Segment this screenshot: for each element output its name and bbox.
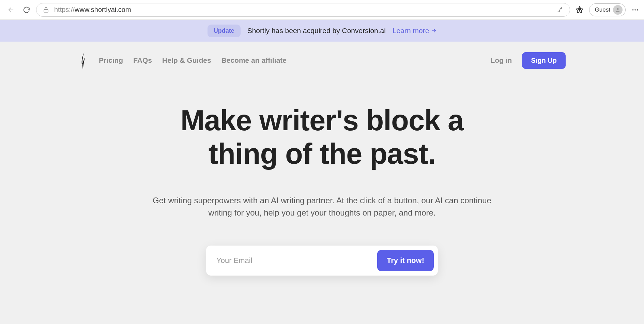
logo-feather-icon[interactable]	[78, 51, 89, 70]
more-icon[interactable]	[631, 6, 639, 14]
favorites-icon[interactable]	[576, 6, 584, 14]
hero-headline-line2: thing of the past.	[209, 137, 436, 170]
email-input[interactable]	[216, 256, 377, 265]
email-signup: Try it now!	[206, 246, 438, 276]
profile-label: Guest	[595, 6, 610, 13]
profile-button[interactable]: Guest	[589, 3, 626, 16]
svg-point-6	[632, 9, 634, 11]
hero-headline-line1: Make writer's block a	[181, 104, 464, 136]
svg-point-7	[634, 9, 636, 11]
hero-headline: Make writer's block a thing of the past.	[0, 104, 644, 171]
browser-chrome: https://www.shortlyai.com Guest	[0, 0, 644, 20]
signup-button[interactable]: Sign Up	[522, 52, 566, 69]
nav-help[interactable]: Help & Guides	[162, 56, 211, 64]
nav-faqs[interactable]: FAQs	[133, 56, 152, 64]
site-nav: Pricing FAQs Help & Guides Become an aff…	[0, 42, 644, 70]
url-text: https://www.shortlyai.com	[54, 6, 552, 14]
avatar-icon	[613, 5, 623, 15]
address-bar[interactable]: https://www.shortlyai.com	[36, 3, 570, 17]
hero: Make writer's block a thing of the past.…	[0, 70, 644, 276]
page-content: Update Shortly has been acquired by Conv…	[0, 20, 644, 324]
learn-more-label: Learn more	[393, 27, 429, 35]
learn-more-link[interactable]: Learn more	[393, 27, 436, 35]
url-host: www.shortlyai.com	[75, 6, 131, 13]
url-scheme: https://	[54, 6, 75, 13]
login-link[interactable]: Log in	[490, 56, 512, 64]
arrow-left-icon	[7, 6, 15, 14]
svg-point-5	[617, 8, 618, 10]
nav-affiliate[interactable]: Become an affiliate	[221, 56, 287, 64]
try-now-button[interactable]: Try it now!	[377, 250, 434, 271]
announcement-bar: Update Shortly has been acquired by Conv…	[0, 20, 644, 42]
svg-rect-1	[44, 10, 48, 12]
hero-subtext: Get writing superpowers with an AI writi…	[152, 194, 492, 219]
back-button[interactable]	[5, 4, 17, 16]
refresh-icon	[23, 6, 30, 14]
lock-icon	[42, 6, 50, 14]
announcement-pill: Update	[208, 25, 241, 37]
svg-point-8	[637, 9, 638, 11]
announcement-text: Shortly has been acquired by Conversion.…	[247, 27, 386, 35]
nav-pricing[interactable]: Pricing	[99, 56, 123, 64]
read-aloud-icon[interactable]	[556, 6, 564, 14]
refresh-button[interactable]	[20, 4, 33, 16]
arrow-right-icon	[431, 28, 436, 33]
